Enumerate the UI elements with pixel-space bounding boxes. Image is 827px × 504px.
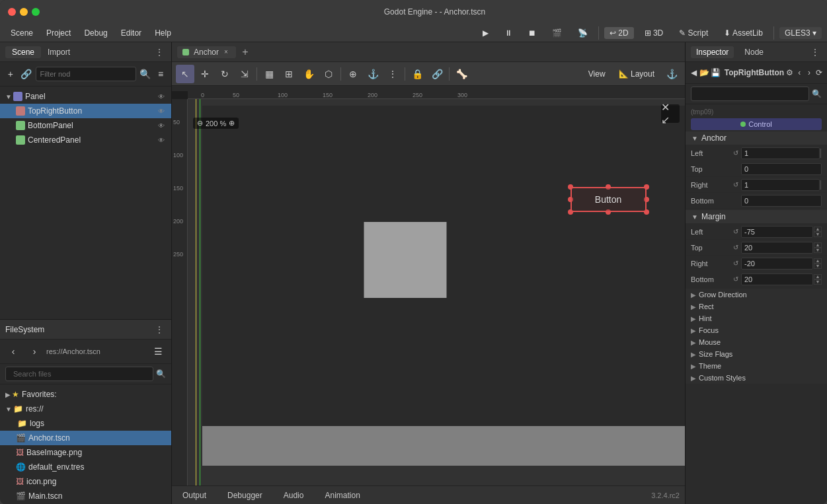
margin-right-reset[interactable]: ↺ (730, 258, 741, 269)
margin-bottom-value[interactable]: 20 (741, 273, 813, 285)
rotate-tool[interactable]: ↻ (216, 65, 234, 83)
fs-forward-button[interactable]: › (25, 342, 44, 361)
tree-item-centeredpanel[interactable]: CenteredPanel 👁 (0, 133, 171, 147)
menu-project[interactable]: Project (41, 27, 76, 39)
inspector-more[interactable]: ⋮ (808, 46, 822, 59)
insp-save[interactable]: 💾 (711, 65, 721, 81)
inspector-search-input[interactable] (691, 87, 809, 101)
zoom-plus-icon[interactable]: ⊕ (229, 119, 235, 127)
animation-tab[interactable]: Animation (319, 489, 365, 501)
add-tab-button[interactable]: + (239, 46, 252, 59)
lock-tool[interactable]: 🔒 (408, 65, 426, 83)
insp-history[interactable]: ⟳ (814, 65, 823, 81)
fs-anchor-tscn[interactable]: 🎬 Anchor.tscn (0, 431, 171, 445)
theme-row[interactable]: ▶ Theme (686, 360, 827, 372)
more-tools[interactable]: ⋮ (383, 65, 402, 83)
focus-row[interactable]: ▶ Focus (686, 324, 827, 336)
size-flags-row[interactable]: ▶ Size Flags (686, 348, 827, 360)
filesystem-more[interactable]: ⋮ (153, 323, 166, 336)
remote-button[interactable]: 📡 (572, 27, 593, 39)
custom-styles-row[interactable]: ▶ Custom Styles (686, 372, 827, 384)
margin-bottom-reset[interactable]: ↺ (730, 274, 741, 285)
viewport-canvas[interactable]: 0 50 100 150 200 250 300 50 100 150 200 … (172, 86, 685, 486)
fs-search-input[interactable] (5, 367, 153, 381)
margin-right-value[interactable]: -20 (741, 258, 813, 270)
insp-history-back[interactable]: ◀ (689, 65, 698, 81)
margin-section-header[interactable]: ▼ Margin (686, 210, 827, 224)
asset-button[interactable]: ⬇ AssetLib (719, 27, 768, 39)
anchor-right-value[interactable]: 1 (741, 179, 820, 191)
maximize-button[interactable] (32, 8, 40, 16)
anchor-left-value[interactable]: 1 (741, 147, 820, 159)
anchor-right-reset[interactable]: ↺ (730, 180, 741, 190)
tree-item-toprightbutton[interactable]: TopRightButton 👁 (0, 104, 171, 118)
3d-button[interactable]: ⊞ 3D (639, 27, 669, 39)
fs-default-env[interactable]: 🌐 default_env.tres (0, 460, 171, 474)
output-tab[interactable]: Output (177, 489, 212, 501)
node-tab[interactable]: Node (739, 46, 769, 58)
panel-visibility[interactable]: 👁 (157, 92, 166, 101)
audio-tab[interactable]: Audio (278, 489, 309, 501)
scene-search-button[interactable]: 🔍 (139, 65, 152, 83)
insp-settings[interactable]: ⚙ (785, 65, 794, 81)
debugger-tab[interactable]: Debugger (222, 489, 268, 501)
tree-item-panel[interactable]: ▼ Panel 👁 (0, 89, 171, 104)
margin-top-value[interactable]: 20 (741, 242, 813, 254)
minimize-button[interactable] (20, 8, 28, 16)
insp-nav-prev[interactable]: ‹ (795, 65, 804, 81)
anchor-top-value[interactable]: 0 (741, 163, 822, 175)
anchor-left-reset[interactable]: ↺ (730, 148, 741, 159)
scale-tool[interactable]: ⇲ (235, 65, 254, 83)
centeredpanel-visibility[interactable]: 👁 (157, 135, 166, 145)
spinner-up[interactable]: ▲ (814, 242, 822, 248)
fs-main-tscn[interactable]: 🎬 Main.tscn (0, 489, 171, 503)
viewport-maximize[interactable]: ✕ ↙ (661, 104, 680, 123)
menu-scene[interactable]: Scene (5, 27, 38, 39)
scene-panel-more[interactable]: ⋮ (153, 46, 166, 59)
rect-row[interactable]: ▶ Rect (686, 301, 827, 312)
spinner-down[interactable]: ▼ (814, 248, 822, 253)
scene-button[interactable]: Button (571, 187, 647, 212)
margin-left-reset[interactable]: ↺ (730, 227, 741, 237)
fs-favorites[interactable]: ▶ ★ Favorites: (0, 387, 171, 402)
menu-editor[interactable]: Editor (116, 27, 147, 39)
fs-baseimage[interactable]: 🖼 BaseImage.png (0, 445, 171, 460)
stop-button[interactable]: ⏹ (523, 27, 541, 39)
anchor-section-header[interactable]: ▼ Anchor (686, 131, 827, 145)
insp-nav-next[interactable]: › (805, 65, 814, 81)
group-lock-tool[interactable]: 🔗 (428, 65, 446, 83)
close-button[interactable] (8, 8, 16, 16)
hand-tool[interactable]: ✋ (299, 65, 318, 83)
menu-debug[interactable]: Debug (79, 27, 112, 39)
spinner-up[interactable]: ▲ (814, 274, 822, 279)
ungroup-tool[interactable]: ⊞ (280, 65, 298, 83)
insp-load[interactable]: 📂 (699, 65, 709, 81)
mouse-row[interactable]: ▶ Mouse (686, 336, 827, 348)
pan-tool[interactable]: ⬡ (319, 65, 338, 83)
anchor-tool[interactable]: ⚓ (364, 65, 382, 83)
viewport-tab-anchor[interactable]: Anchor × (177, 46, 236, 58)
pause-button[interactable]: ⏸ (499, 27, 518, 39)
spinner-down[interactable]: ▼ (814, 232, 822, 237)
tab-close-button[interactable]: × (221, 48, 231, 57)
hint-row[interactable]: ▶ Hint (686, 312, 827, 324)
tree-item-bottompanel[interactable]: BottomPanel 👁 (0, 118, 171, 133)
script-button[interactable]: ✎ Script (674, 27, 713, 39)
inspector-tab[interactable]: Inspector (691, 46, 734, 58)
spinner-down[interactable]: ▼ (814, 264, 822, 269)
scene-options-button[interactable]: ≡ (154, 65, 167, 83)
fs-view-button[interactable]: ☰ (149, 342, 167, 361)
spinner-down[interactable]: ▼ (814, 279, 822, 285)
fs-back-button[interactable]: ‹ (4, 342, 22, 361)
move-tool[interactable]: ✛ (196, 65, 214, 83)
play-button[interactable]: ▶ (477, 27, 494, 39)
pivot-tool[interactable]: ⊕ (344, 65, 362, 83)
fs-res[interactable]: ▼ 📁 res:// (0, 402, 171, 416)
scene-tab[interactable]: Scene (5, 46, 41, 58)
margin-top-reset[interactable]: ↺ (730, 242, 741, 253)
spinner-up[interactable]: ▲ (814, 258, 822, 264)
fs-icon-png[interactable]: 🖼 icon.png (0, 474, 171, 489)
layout-button[interactable]: 📐 Layout (613, 68, 660, 80)
fs-logs[interactable]: 📁 logs (0, 416, 171, 431)
gles-selector[interactable]: GLES3 ▾ (779, 27, 822, 39)
